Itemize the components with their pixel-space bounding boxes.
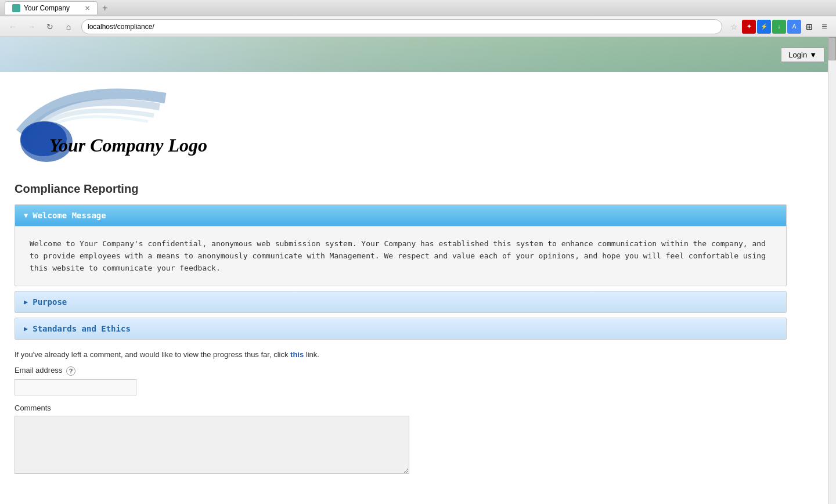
comments-textarea[interactable] <box>15 416 409 474</box>
tab-title: Your Company <box>24 4 70 12</box>
home-button[interactable]: ⌂ <box>60 19 77 35</box>
login-button[interactable]: Login ▼ <box>781 48 824 62</box>
progress-text: If you've already left a comment, and wo… <box>15 350 787 359</box>
email-label-text: Email address <box>15 366 62 375</box>
purpose-accordion: ▶ Purpose <box>15 291 787 313</box>
purpose-accordion-header[interactable]: ▶ Purpose <box>15 291 786 312</box>
welcome-accordion: ▼ Welcome Message Welcome to Your Compan… <box>15 204 787 286</box>
login-arrow: ▼ <box>809 51 817 59</box>
standards-accordion-header[interactable]: ▶ Standards and Ethics <box>15 318 786 339</box>
email-help-icon[interactable]: ? <box>66 366 75 376</box>
bookmark-icon[interactable]: ☆ <box>727 20 741 34</box>
main-content: Your Company Logo Compliance Reporting ▼… <box>0 72 801 485</box>
browser-title-bar: Your Company ✕ + <box>0 0 836 16</box>
tab-favicon <box>12 4 20 12</box>
translate-icon[interactable]: A <box>787 20 801 34</box>
standards-accordion: ▶ Standards and Ethics <box>15 318 787 340</box>
standards-label: Standards and Ethics <box>33 324 131 333</box>
forward-button[interactable]: → <box>23 19 39 35</box>
logo-area: Your Company Logo <box>15 84 787 171</box>
progress-text-before: If you've already left a comment, and wo… <box>15 350 288 359</box>
extensions-icon[interactable]: ⊞ <box>802 20 816 34</box>
purpose-arrow-icon: ▶ <box>24 298 28 306</box>
nature-background <box>0 37 836 72</box>
logo-text: Your Company Logo <box>49 135 207 156</box>
welcome-text: Welcome to Your Company's confidential, … <box>30 239 766 272</box>
purpose-label: Purpose <box>33 297 67 307</box>
extension-red-icon[interactable]: ✦ <box>742 20 756 34</box>
back-button[interactable]: ← <box>5 19 21 35</box>
progress-link[interactable]: this <box>290 350 304 359</box>
email-input[interactable] <box>15 379 136 395</box>
scrollbar-thumb[interactable] <box>828 37 836 60</box>
tab-close-button[interactable]: ✕ <box>85 5 90 12</box>
reload-button[interactable]: ↻ <box>42 19 58 35</box>
logo-graphic: Your Company Logo <box>15 87 235 168</box>
welcome-arrow-icon: ▼ <box>24 211 28 219</box>
welcome-label: Welcome Message <box>33 211 106 220</box>
address-bar[interactable] <box>81 19 722 34</box>
page-title: Compliance Reporting <box>15 182 787 196</box>
comments-label: Comments <box>15 404 787 412</box>
browser-toolbar: ← → ↻ ⌂ ☆ ✦ ⚡ ↓ A ⊞ ≡ <box>0 16 836 37</box>
progress-text-after: link. <box>306 350 319 359</box>
page-header: Login ▼ <box>0 37 836 72</box>
browser-tab[interactable]: Your Company ✕ <box>5 1 98 15</box>
standards-arrow-icon: ▶ <box>24 325 28 333</box>
extension-dl-icon[interactable]: ↓ <box>772 20 786 34</box>
email-label: Email address ? <box>15 366 787 376</box>
menu-icon[interactable]: ≡ <box>817 20 831 34</box>
form-section: Email address ? Comments <box>15 366 787 474</box>
toolbar-icons: ☆ ✦ ⚡ ↓ A ⊞ ≡ <box>727 20 831 34</box>
extension-blue-icon[interactable]: ⚡ <box>757 20 771 34</box>
welcome-accordion-body: Welcome to Your Company's confidential, … <box>15 226 786 286</box>
new-tab-button[interactable]: + <box>98 1 112 16</box>
page-scrollbar[interactable] <box>828 37 836 485</box>
welcome-accordion-header[interactable]: ▼ Welcome Message <box>15 205 786 226</box>
login-label: Login <box>788 51 807 59</box>
